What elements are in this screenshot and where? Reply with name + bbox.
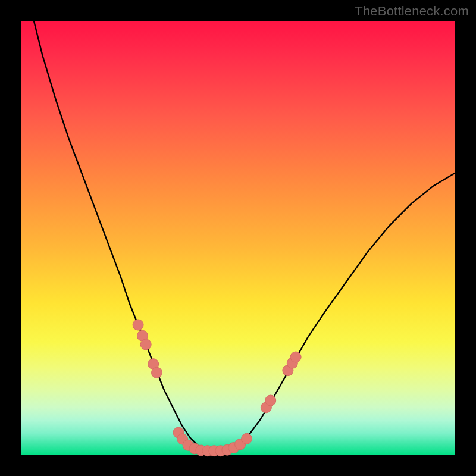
curve-marker — [290, 352, 301, 362]
curve-marker — [133, 320, 143, 330]
chart-plot-area — [21, 21, 455, 455]
curve-marker — [265, 395, 276, 406]
bottleneck-curve — [34, 21, 455, 451]
watermark-text: TheBottleneck.com — [355, 4, 469, 19]
chart-svg — [21, 21, 455, 455]
curve-marker — [140, 339, 151, 350]
curve-marker — [242, 433, 252, 444]
curve-marker — [152, 367, 162, 378]
chart-frame: TheBottleneck.com — [0, 0, 476, 476]
curve-markers — [133, 320, 301, 456]
